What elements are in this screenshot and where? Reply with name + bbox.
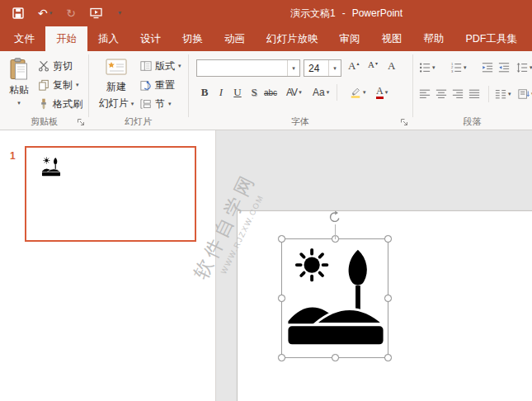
landscape-clipart-picture[interactable]: [287, 246, 384, 352]
title-bar: ↶ ▾ ↻ ▾ 演示文稿1 - PowerPoint: [0, 0, 532, 26]
section-label: 节: [155, 97, 165, 111]
layout-button[interactable]: 版式 ▾: [140, 58, 181, 74]
change-case-button[interactable]: Aa ▾: [313, 84, 329, 101]
clipboard-dialog-launcher[interactable]: [77, 117, 87, 127]
chevron-down-icon: ▾: [76, 82, 79, 88]
chevron-down-icon[interactable]: ▾: [49, 11, 53, 17]
tab-review[interactable]: 审阅: [329, 26, 371, 51]
undo-button[interactable]: ↶ ▾: [38, 7, 52, 19]
tab-view[interactable]: 视图: [371, 26, 413, 51]
text-direction-icon: [518, 88, 530, 100]
font-color-label: A: [376, 86, 384, 99]
font-group-label: 字体: [188, 116, 412, 128]
format-painter-button[interactable]: 格式刷: [38, 96, 82, 112]
rotation-handle[interactable]: [328, 210, 341, 224]
selection-handle[interactable]: [278, 354, 285, 361]
change-case-label: Aa: [313, 87, 325, 98]
selection-handle[interactable]: [384, 295, 392, 302]
chevron-down-icon[interactable]: ▾: [328, 60, 341, 76]
undo-icon: ↶: [38, 7, 48, 19]
tab-help[interactable]: 帮助: [413, 26, 455, 51]
align-right-icon: [452, 88, 464, 100]
chevron-down-icon: ▾: [118, 10, 121, 17]
chevron-down-icon[interactable]: ▾: [287, 60, 299, 76]
customize-qat-button[interactable]: ▾: [116, 10, 121, 17]
strikethrough-button[interactable]: abc: [264, 84, 277, 101]
grow-font-button[interactable]: A ▴: [348, 59, 359, 76]
increase-indent-button[interactable]: [498, 59, 510, 76]
tab-slideshow[interactable]: 幻灯片放映: [256, 26, 329, 51]
new-slide-button[interactable]: 新建 幻灯片 ▾: [96, 54, 137, 118]
bold-button[interactable]: B: [198, 84, 211, 101]
slide-thumbnail[interactable]: [25, 146, 196, 242]
title-separator: -: [342, 7, 346, 19]
justify-button[interactable]: [468, 86, 480, 102]
start-slideshow-button[interactable]: [90, 7, 102, 19]
chevron-down-icon: ▾: [131, 101, 134, 107]
columns-button[interactable]: ▾: [495, 86, 511, 102]
save-button[interactable]: [12, 7, 24, 19]
font-dialog-launcher[interactable]: [400, 117, 410, 127]
text-shadow-button[interactable]: S: [247, 84, 261, 101]
new-slide-icon: [106, 58, 127, 78]
char-spacing-button[interactable]: AV ▾: [286, 84, 302, 101]
section-icon: [140, 98, 152, 110]
align-left-icon: [419, 88, 431, 100]
align-center-button[interactable]: [435, 86, 447, 102]
section-button[interactable]: 节 ▾: [140, 96, 172, 112]
chevron-down-icon: ▾: [299, 89, 302, 96]
selection-handle[interactable]: [384, 354, 392, 361]
tab-design[interactable]: 设计: [129, 26, 172, 51]
slide-canvas[interactable]: [237, 210, 532, 401]
text-direction-button[interactable]: ▾: [518, 86, 532, 102]
svg-text:3: 3: [451, 69, 454, 73]
underline-button[interactable]: U: [231, 84, 244, 101]
group-separator: [188, 54, 189, 117]
selection-handle[interactable]: [384, 235, 392, 243]
paste-button[interactable]: 粘贴 ▾: [3, 54, 35, 118]
cut-button[interactable]: 剪切: [38, 58, 73, 74]
save-icon: [12, 7, 24, 19]
tab-home[interactable]: 开始: [45, 26, 87, 51]
italic-button[interactable]: I: [214, 84, 228, 101]
reset-button[interactable]: 重置: [140, 77, 175, 93]
font-size-value: 24: [304, 63, 328, 74]
chevron-down-icon: ▾: [168, 101, 172, 107]
group-separator: [412, 54, 413, 117]
copy-button[interactable]: 复制 ▾: [38, 77, 79, 93]
bullet-list-icon: [419, 62, 431, 73]
tab-animations[interactable]: 动画: [214, 26, 256, 51]
bullets-button[interactable]: ▾: [419, 59, 435, 76]
selection-handle[interactable]: [332, 354, 339, 361]
align-left-button[interactable]: [419, 86, 431, 102]
line-spacing-button[interactable]: ▾: [516, 59, 532, 76]
font-color-button[interactable]: A ▾: [376, 84, 388, 101]
selection-handle[interactable]: [278, 295, 285, 302]
slide-thumbnail-panel: 1: [0, 130, 216, 401]
picture-selection-box[interactable]: [281, 238, 388, 358]
font-size-select[interactable]: 24 ▾: [304, 59, 341, 77]
selection-handle[interactable]: [278, 235, 285, 243]
tab-pdf-tools[interactable]: PDF工具集: [455, 26, 529, 51]
format-painter-icon: [38, 98, 49, 110]
numbering-button[interactable]: 123 ▾: [450, 59, 467, 76]
dialog-launcher-icon: [77, 118, 85, 126]
rotation-handle-connector: [335, 224, 336, 239]
slide-number: 1: [10, 150, 16, 162]
copy-label: 复制: [53, 78, 73, 92]
font-name-select[interactable]: ▾: [196, 59, 300, 77]
tab-file[interactable]: 文件: [3, 26, 45, 51]
scissors-icon: [38, 60, 49, 72]
ribbon-tab-bar: 文件 开始 插入 设计 切换 动画 幻灯片放映 审阅 视图 帮助 PDF工具集: [0, 26, 532, 51]
tab-insert[interactable]: 插入: [87, 26, 129, 51]
text-highlight-color-button[interactable]: ▾: [350, 84, 366, 101]
decrease-indent-button[interactable]: [482, 59, 493, 76]
align-right-button[interactable]: [452, 86, 464, 102]
align-center-icon: [435, 88, 447, 100]
line-spacing-icon: [516, 62, 528, 73]
shrink-font-button[interactable]: A ▾: [368, 59, 378, 76]
landscape-clipart-thumbnail: [40, 157, 63, 177]
justify-icon: [468, 88, 480, 100]
tab-transitions[interactable]: 切换: [172, 26, 214, 51]
redo-button[interactable]: ↻: [66, 7, 76, 19]
